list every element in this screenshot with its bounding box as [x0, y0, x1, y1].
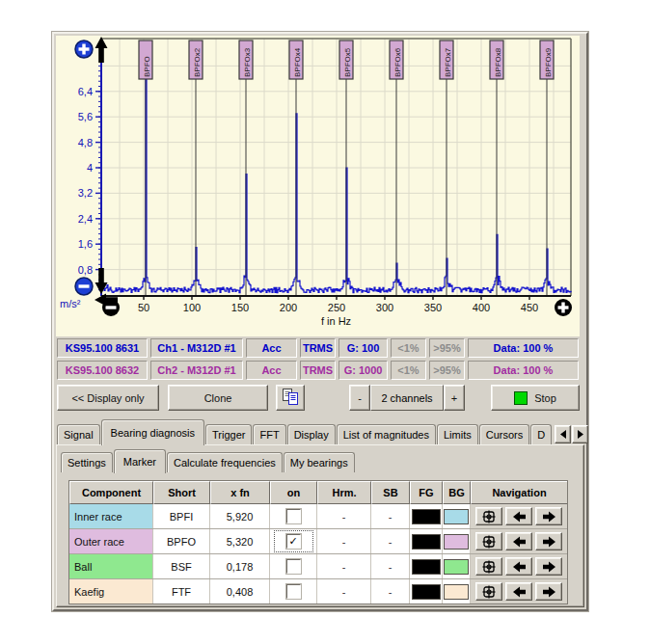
tab-truncated[interactable]: D: [530, 424, 552, 444]
on-checkbox[interactable]: [275, 581, 312, 602]
xfn-cell[interactable]: 5,920: [210, 504, 270, 528]
tab-my-bearings[interactable]: My bearings: [284, 452, 355, 472]
header-bg: BG: [443, 481, 471, 504]
on-cell: [270, 579, 317, 604]
svg-text:3,2: 3,2: [78, 187, 93, 199]
svg-text:2,4: 2,4: [78, 213, 93, 225]
fg-cell[interactable]: [410, 554, 443, 578]
hrm-cell[interactable]: -: [317, 504, 371, 528]
bg-cell[interactable]: [443, 529, 471, 553]
display-only-button[interactable]: << Display only: [57, 385, 159, 411]
y-zoom-out-button[interactable]: [75, 278, 93, 295]
channel-minus-button[interactable]: -: [349, 385, 370, 411]
tab-scroll-right-button[interactable]: [572, 425, 588, 443]
tab-limits[interactable]: Limits: [437, 424, 478, 444]
tab-scroll-buttons: [555, 425, 589, 443]
on-checkbox[interactable]: [275, 531, 312, 551]
arrow-right-icon: [542, 536, 556, 548]
tab-marker[interactable]: Marker: [114, 449, 166, 473]
arrow-left-icon: [512, 561, 527, 573]
svg-text:BPFOx9: BPFOx9: [544, 47, 553, 77]
nav-center-button[interactable]: [475, 507, 502, 525]
copy-button[interactable]: [276, 385, 305, 411]
header-short: Short: [153, 481, 210, 504]
channel-plus-button[interactable]: +: [444, 385, 465, 411]
tab-cursors[interactable]: Cursors: [479, 424, 530, 444]
fg-cell[interactable]: [410, 579, 443, 604]
sub-tab-strip: Settings Marker Calculate frequencies My…: [61, 447, 356, 472]
nav-prev-button[interactable]: [505, 507, 532, 525]
stop-button[interactable]: Stop: [491, 385, 580, 411]
tab-scroll-left-icon: [559, 430, 567, 439]
svg-text:BPFOx5: BPFOx5: [343, 47, 352, 77]
channel-status-row-2: KS95.100 8632 Ch2 - M312D #1 Acc TRMS G:…: [57, 361, 583, 380]
xfn-cell[interactable]: 5,320: [210, 529, 270, 553]
nav-next-button[interactable]: [535, 507, 562, 525]
svg-text:BPFOx8: BPFOx8: [494, 47, 502, 77]
header-xfn: x fn: [210, 481, 270, 504]
nav-next-button[interactable]: [535, 557, 562, 576]
fg-color-swatch[interactable]: [412, 509, 441, 524]
pan-up-icon[interactable]: [95, 37, 108, 63]
main-tab-strip: Signal Bearing diagnosis Trigger FFT Dis…: [57, 417, 585, 444]
nav-prev-button[interactable]: [505, 532, 532, 550]
tab-display[interactable]: Display: [287, 424, 336, 444]
xfn-cell[interactable]: 0,408: [210, 579, 270, 604]
tab-bearing-diagnosis[interactable]: Bearing diagnosis: [101, 419, 204, 445]
tab-settings[interactable]: Settings: [61, 452, 113, 472]
tab-trigger[interactable]: Trigger: [205, 424, 252, 444]
x-zoom-in-button[interactable]: [555, 299, 572, 316]
fg-color-swatch[interactable]: [412, 584, 441, 600]
table-row-kaefig: Kaefig FTF 0,408 - -: [69, 578, 567, 604]
quantity-cell: Acc: [246, 361, 297, 380]
hrm-cell[interactable]: -: [317, 554, 371, 578]
y-zoom-in-button[interactable]: [75, 40, 93, 58]
xfn-cell[interactable]: 0,178: [210, 554, 270, 578]
page: { "chart": { "bg": "#FBF9E1", "unit_labe…: [0, 0, 650, 644]
nav-center-button[interactable]: [475, 557, 502, 576]
sb-cell[interactable]: -: [371, 579, 410, 604]
hrm-cell[interactable]: -: [317, 529, 371, 553]
sb-cell[interactable]: -: [371, 504, 410, 528]
fg-cell[interactable]: [410, 504, 443, 528]
marker-table: Component Short x fn on Hrm. SB FG BG Na…: [68, 480, 568, 604]
stop-button-label: Stop: [534, 392, 556, 404]
nav-prev-button[interactable]: [505, 582, 532, 601]
bg-color-swatch[interactable]: [444, 509, 469, 524]
nav-center-button[interactable]: [475, 582, 502, 601]
bg-cell[interactable]: [443, 504, 471, 528]
svg-text:200: 200: [280, 302, 297, 313]
on-checkbox[interactable]: [275, 506, 312, 526]
nav-center-button[interactable]: [475, 532, 502, 550]
device-id-cell: KS95.100 8631: [57, 338, 148, 358]
center-marker-icon: [482, 560, 496, 574]
tab-scroll-left-button[interactable]: [555, 425, 571, 443]
bg-color-swatch[interactable]: [444, 534, 469, 550]
header-hrm: Hrm.: [317, 481, 371, 504]
bg-cell[interactable]: [443, 579, 471, 604]
center-marker-icon: [482, 535, 496, 549]
table-row-outer-race: Outer race BPFO 5,320 - -: [69, 528, 567, 553]
sb-cell[interactable]: -: [371, 529, 410, 553]
fg-color-swatch[interactable]: [412, 559, 441, 575]
nav-next-button[interactable]: [535, 532, 562, 550]
tab-signal[interactable]: Signal: [57, 424, 100, 444]
svg-text:150: 150: [231, 302, 249, 313]
nav-next-button[interactable]: [535, 582, 562, 601]
bg-color-swatch[interactable]: [444, 559, 469, 575]
on-checkbox[interactable]: [275, 556, 312, 577]
sb-cell[interactable]: -: [371, 554, 410, 578]
bg-color-swatch[interactable]: [444, 584, 469, 600]
tab-calculate-frequencies[interactable]: Calculate frequencies: [167, 452, 283, 472]
channel-name-cell: Ch2 - M312D #1: [150, 361, 243, 380]
tab-list-of-magnitudes[interactable]: List of magnitudes: [337, 424, 436, 444]
tab-fft[interactable]: FFT: [253, 424, 285, 444]
clone-button[interactable]: Clone: [168, 385, 268, 411]
fg-color-swatch[interactable]: [412, 534, 441, 550]
nav-prev-button[interactable]: [505, 557, 532, 576]
hrm-cell[interactable]: -: [317, 579, 371, 604]
spectrum-chart[interactable]: BPFOBPFOx2BPFOx3BPFOx4BPFOx5BPFOx6BPFOx7…: [56, 36, 580, 336]
fg-cell[interactable]: [410, 529, 443, 553]
component-cell: Outer race: [69, 529, 153, 553]
bg-cell[interactable]: [443, 554, 471, 578]
